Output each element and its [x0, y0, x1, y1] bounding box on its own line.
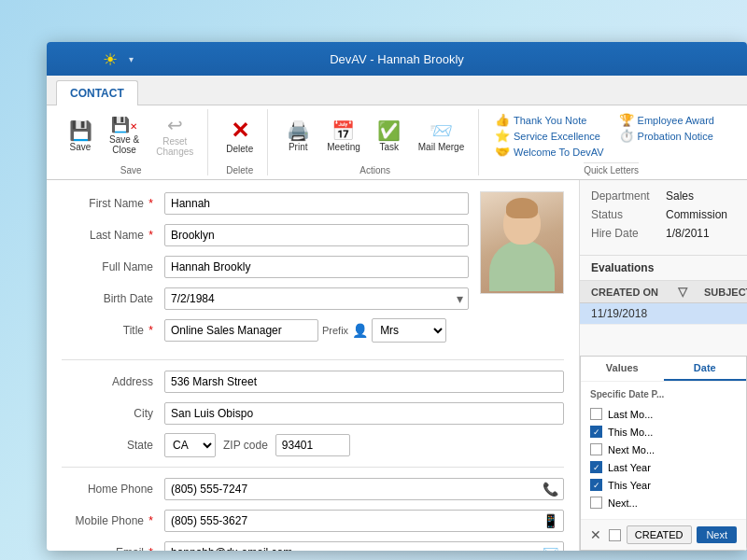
- address-row: Address: [62, 370, 564, 394]
- email-label: Email *: [62, 546, 164, 551]
- birth-date-input[interactable]: [164, 287, 469, 310]
- full-name-row: Full Name: [62, 255, 469, 279]
- delete-group-label: Delete: [226, 165, 253, 175]
- save-close-button[interactable]: 💾✕ Save &Close: [103, 113, 146, 160]
- footer-checkbox[interactable]: [609, 529, 621, 541]
- checkbox-next[interactable]: [590, 497, 602, 509]
- print-label: Print: [289, 142, 308, 152]
- city-row: City: [62, 401, 564, 426]
- footer-icons: ✕: [590, 527, 621, 542]
- ribbon-group-actions: 🖨️ Print 📅 Meeting ✅ Task 📨 Mail Merge A…: [272, 109, 479, 175]
- save-close-icon: 💾✕: [111, 118, 137, 133]
- city-input[interactable]: [164, 402, 564, 425]
- employee-award-icon: 🏆: [619, 113, 634, 127]
- date-section-label: Specific Date P...: [590, 389, 737, 399]
- person-icon: 👤: [352, 323, 368, 338]
- filter-icon[interactable]: ▽: [678, 285, 697, 299]
- state-zip-row: CA ZIP code: [164, 433, 350, 457]
- main-window: ☀ ▾ DevAV - Hannah Brookly CONTACT 💾 Sav…: [47, 42, 747, 551]
- meeting-button[interactable]: 📅 Meeting: [320, 117, 367, 157]
- eval-row[interactable]: 11/19/2018: [580, 303, 747, 325]
- birth-date-row: Birth Date ▾: [62, 287, 469, 311]
- status-value: Commission: [666, 208, 727, 221]
- title-row: Title * Prefix 👤 Mrs Mr Ms Dr: [62, 318, 469, 343]
- eval-subject: [678, 307, 736, 320]
- quick-letter-employee-award[interactable]: 🏆 Employee Award: [619, 113, 728, 127]
- checkbox-last-year[interactable]: ✓: [590, 461, 602, 473]
- person-head: [503, 202, 541, 245]
- save-icon: 💾: [69, 121, 92, 140]
- reset-button[interactable]: ↩ ResetChanges: [149, 111, 200, 161]
- save-button[interactable]: 💾 Save: [62, 117, 99, 157]
- welcome-label: Welcome To DevAV: [514, 147, 604, 158]
- eval-rows: 11/19/2018: [580, 303, 747, 356]
- checkbox-next-month[interactable]: [590, 443, 602, 455]
- mobile-phone-field: 📱: [164, 510, 564, 532]
- checkbox-last-month[interactable]: [590, 408, 602, 420]
- filter-last-year[interactable]: ✓ Last Year: [590, 458, 737, 476]
- email-input[interactable]: [164, 541, 564, 551]
- checkbox-this-month[interactable]: ✓: [590, 426, 602, 438]
- state-select[interactable]: CA: [164, 433, 216, 457]
- probation-label: Probation Notice: [638, 131, 713, 142]
- contact-info: Department Sales Status Commission Hire …: [580, 180, 747, 256]
- filter-last-month[interactable]: Last Mo...: [590, 405, 737, 423]
- meeting-icon: 📅: [331, 121, 355, 140]
- app-menu-arrow[interactable]: ▾: [129, 54, 134, 64]
- delete-button[interactable]: ✕ Delete: [219, 115, 260, 159]
- home-phone-input[interactable]: [164, 478, 564, 500]
- full-name-label: Full Name: [62, 260, 164, 273]
- actions-group-label: Actions: [359, 165, 390, 175]
- last-name-input[interactable]: [164, 224, 469, 246]
- evaluations-section: Evaluations CREATED ON ▽ SUBJECT 11/19/2…: [580, 256, 747, 551]
- first-name-input[interactable]: [164, 192, 469, 215]
- email-icon: ✉️: [543, 545, 558, 551]
- state-label: State: [62, 439, 164, 452]
- tab-date[interactable]: Date: [664, 357, 747, 381]
- first-name-required: *: [146, 197, 153, 210]
- hire-date-label: Hire Date: [591, 227, 666, 240]
- status-row: Status Commission: [591, 208, 736, 221]
- zip-input[interactable]: [275, 434, 350, 456]
- ribbon-group-edit: ✕ Delete Delete: [212, 109, 268, 175]
- filter-next-month[interactable]: Next Mo...: [590, 441, 737, 458]
- delete-icon: ✕: [231, 119, 249, 142]
- prefix-select[interactable]: Mrs Mr Ms Dr: [372, 318, 446, 343]
- last-name-label: Last Name *: [62, 229, 164, 242]
- person-hair: [506, 198, 538, 218]
- quick-letter-probation[interactable]: ⏱️ Probation Notice: [619, 129, 728, 143]
- prefix-label: Prefix: [322, 325, 348, 336]
- mobile-phone-input[interactable]: [164, 510, 564, 532]
- task-icon: ✅: [377, 121, 401, 140]
- filter-next[interactable]: Next...: [590, 494, 737, 511]
- print-button[interactable]: 🖨️ Print: [279, 117, 317, 157]
- photo-person: [481, 192, 563, 293]
- calendar-icon[interactable]: ▾: [457, 291, 463, 306]
- tab-contact[interactable]: CONTACT: [56, 80, 138, 105]
- next-label: Next...: [608, 497, 638, 509]
- ribbon-group-quick-letters: 👍 Thank You Note 🏆 Employee Award ⭐ Serv…: [483, 109, 740, 175]
- filter-this-month[interactable]: ✓ This Mo...: [590, 423, 737, 441]
- mail-merge-button[interactable]: 📨 Mail Merge: [412, 117, 471, 157]
- close-filter-icon[interactable]: ✕: [590, 527, 601, 542]
- name-photo-section: First Name * Last Name * Full Name: [62, 191, 564, 350]
- created-button[interactable]: CREATED: [627, 525, 692, 544]
- tab-values[interactable]: Values: [581, 357, 664, 381]
- quick-letter-welcome[interactable]: 🤝 Welcome To DevAV: [495, 145, 604, 159]
- save-group-label: Save: [120, 165, 142, 175]
- mobile-phone-label: Mobile Phone *: [62, 514, 164, 527]
- meeting-label: Meeting: [327, 142, 360, 152]
- eval-table-header: CREATED ON ▽ SUBJECT: [580, 281, 747, 303]
- checkbox-this-year[interactable]: ✓: [590, 479, 602, 491]
- home-phone-field: 📞: [164, 478, 564, 500]
- next-button[interactable]: Next: [697, 526, 737, 543]
- address-input[interactable]: [164, 371, 564, 393]
- quick-letter-thank-you[interactable]: 👍 Thank You Note: [495, 113, 604, 127]
- task-button[interactable]: ✅ Task: [371, 117, 408, 157]
- quick-letter-service-excellence[interactable]: ⭐ Service Excellence: [495, 129, 604, 143]
- full-name-input[interactable]: [164, 256, 469, 278]
- dropdown-content: Specific Date P... Last Mo... ✓ This Mo.…: [581, 382, 746, 519]
- filter-this-year[interactable]: ✓ This Year: [590, 476, 737, 494]
- title-input[interactable]: [164, 319, 318, 342]
- birth-date-label: Birth Date: [62, 292, 164, 305]
